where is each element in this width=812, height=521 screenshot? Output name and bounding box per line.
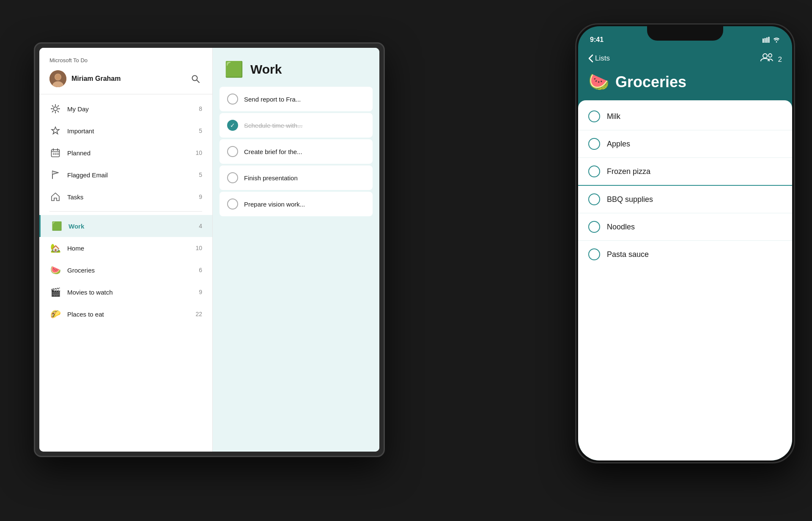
avatar	[49, 70, 66, 87]
sidebar-label-flagged: Flagged Email	[67, 171, 199, 179]
phone-frame: 9:41 Lists	[575, 23, 795, 463]
grocery-checkbox-5[interactable]	[588, 221, 600, 233]
grocery-checkbox-3[interactable]	[588, 165, 600, 177]
share-count: 2	[778, 55, 782, 63]
sidebar-count-important: 5	[199, 127, 202, 134]
svg-rect-25	[763, 39, 764, 43]
sidebar-count-flagged: 5	[199, 171, 202, 178]
table-row[interactable]: Finish presentation	[219, 165, 373, 190]
back-label: Lists	[595, 54, 610, 63]
flag-icon	[49, 169, 61, 181]
places-list-icon: 🌮	[49, 308, 61, 320]
svg-point-29	[776, 41, 777, 43]
status-time: 9:41	[590, 36, 604, 44]
svg-line-13	[58, 106, 58, 107]
task-checkbox-2[interactable]: ✓	[227, 120, 238, 131]
sidebar-label-movies: Movies to watch	[67, 289, 199, 296]
tablet-frame: Microsoft To Do	[34, 42, 385, 457]
sidebar-divider	[49, 211, 202, 212]
svg-line-12	[58, 111, 58, 112]
user-name: Miriam Graham	[71, 75, 121, 83]
tablet-inner: Microsoft To Do	[39, 48, 379, 452]
sidebar-item-planned[interactable]: Planned 10	[39, 142, 212, 164]
grocery-text-3: Frozen pizza	[607, 167, 650, 176]
sidebar-count-my-day: 8	[199, 105, 202, 112]
task-text-4: Finish presentation	[244, 174, 298, 182]
task-text-1: Send report to Fra...	[244, 96, 301, 103]
task-checkbox-4[interactable]	[227, 172, 238, 183]
sidebar-label-groceries: Groceries	[67, 267, 199, 274]
task-text-3: Create brief for the...	[244, 148, 302, 155]
sidebar-count-movies: 9	[199, 289, 202, 295]
grocery-text-4: BBQ supplies	[607, 195, 653, 204]
work-header: 🟩 Work	[213, 48, 379, 87]
task-checkbox-3[interactable]	[227, 146, 238, 157]
grocery-checkbox-1[interactable]	[588, 110, 600, 122]
sidebar-item-movies[interactable]: 🎬 Movies to watch 9	[39, 281, 212, 303]
sidebar-item-home[interactable]: 🏡 Home 10	[39, 237, 212, 259]
list-item[interactable]: Pasta sauce	[578, 241, 792, 268]
grocery-text-6: Pasta sauce	[607, 250, 649, 259]
table-row[interactable]: Create brief for the...	[219, 139, 373, 164]
sidebar-count-tasks: 9	[199, 193, 202, 200]
star-icon	[49, 125, 61, 137]
work-list-icon: 🟩	[51, 220, 63, 232]
phone-items-list: Milk Apples Frozen pizza BBQ supplies No…	[578, 100, 792, 460]
svg-line-11	[52, 106, 53, 107]
svg-point-30	[763, 54, 767, 58]
list-item[interactable]: Frozen pizza	[578, 158, 792, 186]
sidebar-label-work: Work	[69, 223, 199, 230]
grocery-checkbox-2[interactable]	[588, 138, 600, 150]
list-item[interactable]: Apples	[578, 130, 792, 158]
list-item[interactable]: Noodles	[578, 213, 792, 241]
app-title: Microsoft To Do	[49, 57, 202, 63]
back-button[interactable]: Lists	[588, 54, 610, 63]
svg-rect-26	[765, 38, 766, 43]
phone-notch	[647, 26, 723, 41]
phone-list-emoji: 🍉	[588, 72, 609, 92]
task-text-2: Schedule time with...	[244, 122, 302, 129]
sidebar-count-work: 4	[199, 223, 202, 229]
work-panel: 🟩 Work Send report to Fra... ✓ Schedule …	[213, 48, 379, 452]
sidebar-count-home: 10	[195, 245, 202, 251]
sidebar-item-flagged-email[interactable]: Flagged Email 5	[39, 164, 212, 186]
sidebar-item-work[interactable]: 🟩 Work 4	[39, 215, 212, 237]
work-panel-icon: 🟩	[225, 61, 244, 78]
grocery-checkbox-4[interactable]	[588, 193, 600, 205]
status-icons	[763, 37, 780, 43]
grocery-text-1: Milk	[607, 112, 620, 121]
calendar-icon	[49, 147, 61, 159]
table-row[interactable]: Prepare vision work...	[219, 192, 373, 216]
list-item[interactable]: BBQ supplies	[578, 186, 792, 213]
sidebar-item-tasks[interactable]: Tasks 9	[39, 186, 212, 208]
task-checkbox-1[interactable]	[227, 94, 238, 105]
sidebar-item-my-day[interactable]: My Day 8	[39, 98, 212, 120]
sidebar-label-tasks: Tasks	[67, 193, 199, 201]
svg-line-5	[197, 80, 199, 83]
sidebar-label-home: Home	[67, 245, 195, 252]
phone-nav-bar: Lists 2	[578, 48, 792, 69]
sun-icon	[49, 103, 61, 115]
grocery-text-2: Apples	[607, 140, 630, 149]
task-checkbox-5[interactable]	[227, 198, 238, 210]
sidebar-count-planned: 10	[195, 149, 202, 156]
sidebar-item-places[interactable]: 🌮 Places to eat 22	[39, 303, 212, 325]
list-item[interactable]: Milk	[578, 103, 792, 130]
table-row[interactable]: ✓ Schedule time with...	[219, 113, 373, 138]
movies-list-icon: 🎬	[49, 286, 61, 298]
grocery-text-5: Noodles	[607, 223, 635, 232]
svg-point-31	[768, 54, 772, 57]
sidebar-item-important[interactable]: Important 5	[39, 120, 212, 142]
phone-list-name: Groceries	[615, 73, 686, 91]
sidebar-label-places: Places to eat	[67, 311, 195, 318]
share-people-button[interactable]: 2	[760, 52, 782, 64]
svg-line-14	[52, 111, 53, 112]
groceries-list-icon: 🍉	[49, 264, 61, 276]
sidebar-count-groceries: 6	[199, 267, 202, 273]
table-row[interactable]: Send report to Fra...	[219, 87, 373, 111]
sidebar-item-groceries[interactable]: 🍉 Groceries 6	[39, 259, 212, 281]
grocery-checkbox-6[interactable]	[588, 248, 600, 260]
svg-point-6	[54, 107, 58, 111]
svg-point-3	[55, 74, 61, 80]
search-button[interactable]	[189, 72, 202, 85]
